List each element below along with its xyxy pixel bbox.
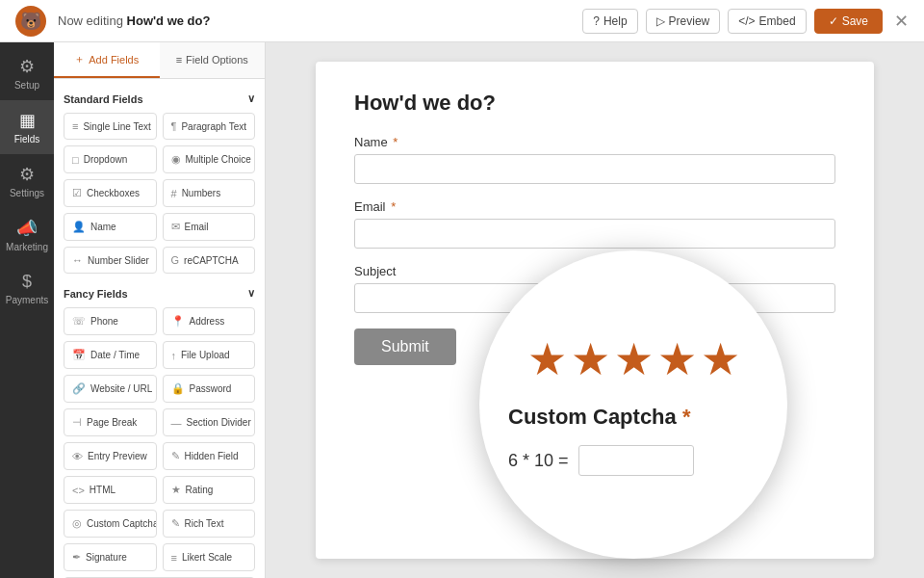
hidden-field-icon: ✎ [171, 450, 180, 462]
field-btn-rich-text[interactable]: ✎Rich Text [163, 510, 256, 538]
sidebar-item-marketing[interactable]: 📣 Marketing [0, 208, 54, 262]
editing-title: Now editing How'd we do? [58, 13, 571, 28]
file-upload-icon: ↑ [171, 350, 177, 361]
star-4: ★ [657, 333, 697, 385]
field-btn-name[interactable]: 👤Name [64, 213, 157, 241]
rating-stars: ★ ★ ★ ★ ★ [527, 333, 740, 385]
field-btn-numbers[interactable]: #Numbers [163, 179, 256, 207]
html-icon: <> [72, 485, 85, 496]
paragraph-text-icon: ¶ [171, 120, 177, 132]
name-icon: 👤 [72, 221, 86, 233]
field-btn-rating[interactable]: ★Rating [163, 476, 256, 504]
number-slider-icon: ↔ [72, 254, 83, 266]
field-btn-signature[interactable]: ✒Signature [64, 543, 157, 571]
form-field-email: Email * [354, 199, 835, 249]
website-url-icon: 🔗 [72, 382, 86, 395]
close-button[interactable]: ✕ [894, 11, 909, 32]
dropdown-icon: □ [72, 154, 79, 166]
field-btn-likert-scale[interactable]: ≡Likert Scale [163, 543, 256, 571]
help-icon: ? [593, 14, 600, 28]
options-icon: ≡ [176, 54, 182, 66]
fields-tabs: ＋ Add Fields ≡ Field Options [54, 42, 265, 79]
sidebar-item-label: Fields [14, 134, 40, 144]
field-btn-date-time[interactable]: 📅Date / Time [64, 341, 157, 369]
check-icon: ✓ [829, 14, 838, 28]
field-btn-html[interactable]: <>HTML [64, 476, 157, 504]
page-break-icon: ⊣ [72, 416, 82, 429]
field-btn-entry-preview[interactable]: 👁Entry Preview [64, 442, 157, 470]
email-input[interactable] [354, 219, 835, 249]
numbers-icon: # [171, 188, 177, 199]
checkboxes-icon: ☑ [72, 187, 82, 199]
recaptcha-icon: G [171, 254, 180, 266]
signature-icon: ✒ [72, 551, 81, 564]
standard-fields-header: Standard Fields ∨ [64, 92, 255, 105]
captcha-input[interactable] [578, 445, 694, 476]
date-time-icon: 📅 [72, 349, 86, 361]
field-btn-single-line-text[interactable]: ≡Single Line Text [64, 113, 157, 140]
field-btn-email[interactable]: ✉Email [163, 213, 256, 241]
app-logo: 🐻 [15, 6, 46, 37]
sidebar-item-fields[interactable]: ▦ Fields [0, 100, 54, 154]
tab-add-fields[interactable]: ＋ Add Fields [54, 42, 160, 78]
tab-field-options[interactable]: ≡ Field Options [160, 42, 266, 78]
password-icon: 🔒 [171, 382, 185, 395]
field-btn-hidden-field[interactable]: ✎Hidden Field [163, 442, 256, 470]
preview-icon: ▷ [656, 14, 665, 28]
field-btn-checkboxes[interactable]: ☑Checkboxes [64, 179, 157, 207]
field-btn-multiple-choice[interactable]: ◉Multiple Choice [163, 145, 256, 173]
single-line-text-icon: ≡ [72, 120, 78, 132]
field-btn-password[interactable]: 🔒Password [163, 375, 256, 403]
field-btn-dropdown[interactable]: □Dropdown [64, 145, 157, 173]
embed-button[interactable]: </> Embed [728, 9, 806, 34]
save-button[interactable]: ✓ Save [814, 9, 883, 34]
star-5: ★ [701, 333, 740, 385]
top-bar-actions: ? Help ▷ Preview </> Embed ✓ Save ✕ [582, 9, 909, 34]
fields-panel: ＋ Add Fields ≡ Field Options Standard Fi… [54, 42, 266, 578]
fields-scroll: Standard Fields ∨ ≡Single Line Text ¶Par… [54, 79, 265, 578]
likert-scale-icon: ≡ [171, 552, 177, 564]
fields-icon: ▦ [19, 110, 36, 131]
sidebar-item-label: Settings [10, 188, 44, 198]
field-btn-website-url[interactable]: 🔗Website / URL [64, 375, 157, 403]
field-btn-number-slider[interactable]: ↔Number Slider [64, 247, 157, 274]
collapse-icon[interactable]: ∨ [247, 92, 255, 105]
payments-icon: $ [22, 272, 32, 292]
name-input[interactable] [354, 154, 835, 184]
field-btn-address[interactable]: 📍Address [163, 307, 256, 335]
sidebar-item-settings[interactable]: ⚙ Settings [0, 154, 54, 208]
add-icon: ＋ [74, 52, 85, 66]
form-preview-area: How'd we do? Name * Email * Subject [266, 42, 924, 578]
field-btn-section-divider[interactable]: —Section Divider [163, 408, 256, 436]
field-btn-recaptcha[interactable]: GreCAPTCHA [163, 247, 256, 274]
field-btn-phone[interactable]: ☏Phone [64, 307, 157, 335]
field-btn-page-break[interactable]: ⊣Page Break [64, 408, 157, 436]
sidebar-item-setup[interactable]: ⚙ Setup [0, 46, 54, 100]
name-required: * [390, 135, 398, 149]
form-title: How'd we do? [354, 91, 835, 116]
multiple-choice-icon: ◉ [171, 153, 181, 166]
rating-icon: ★ [171, 484, 181, 496]
sidebar-item-payments[interactable]: $ Payments [0, 262, 54, 315]
field-btn-file-upload[interactable]: ↑File Upload [163, 341, 256, 369]
embed-icon: </> [738, 14, 755, 28]
field-btn-custom-captcha[interactable]: ◎Custom Captcha [64, 510, 157, 538]
email-label: Email * [354, 199, 835, 214]
custom-captcha-icon: ◎ [72, 517, 82, 530]
captcha-required-marker: * [682, 405, 691, 429]
help-button[interactable]: ? Help [582, 9, 637, 34]
star-3: ★ [614, 333, 654, 385]
submit-button[interactable]: Submit [354, 328, 456, 365]
email-icon: ✉ [171, 221, 180, 233]
fancy-fields-header: Fancy Fields ∨ [64, 287, 255, 300]
captcha-label: Custom Captcha * [508, 405, 690, 430]
sidebar-item-label: Marketing [6, 242, 48, 252]
phone-icon: ☏ [72, 315, 86, 328]
form-field-name: Name * [354, 135, 835, 184]
captcha-equation: 6 * 10 = [508, 451, 569, 471]
section-divider-icon: — [171, 417, 182, 429]
setup-icon: ⚙ [19, 56, 35, 77]
preview-button[interactable]: ▷ Preview [646, 9, 721, 34]
collapse-icon-fancy[interactable]: ∨ [247, 287, 255, 300]
field-btn-paragraph-text[interactable]: ¶Paragraph Text [163, 113, 256, 140]
